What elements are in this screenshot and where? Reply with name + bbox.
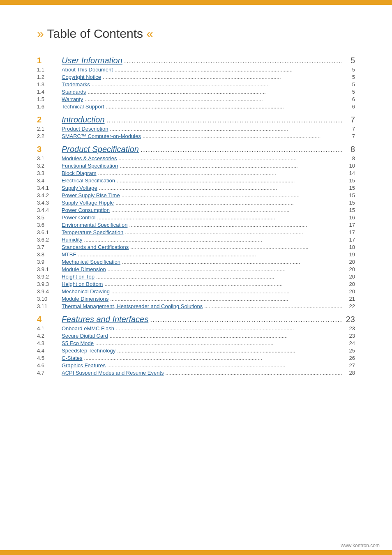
toc-dots: ........................................… — [84, 355, 342, 362]
toc-dots: ........................................… — [204, 303, 342, 310]
toc-num: 3.10 — [37, 296, 62, 302]
toc-item: 3.11Thermal Management, Heatspreader and… — [37, 303, 355, 310]
toc-title[interactable]: Standards — [62, 89, 86, 95]
toc-title[interactable]: Features and Interfaces — [62, 315, 148, 324]
toc-item: 1.1About This Document..................… — [37, 66, 355, 74]
toc-item: 3.1Modules & Accessories................… — [37, 155, 355, 162]
toc-num: 3.6 — [37, 222, 62, 228]
toc-title[interactable]: About This Document — [62, 67, 113, 73]
toc-dots: ........................................… — [99, 185, 342, 191]
toc-title[interactable]: Trademarks — [62, 81, 90, 88]
toc-title[interactable]: Power Supply Rise Time — [62, 192, 120, 198]
toc-title[interactable]: Electrical Specification — [62, 177, 115, 184]
toc-dots: ........................................… — [78, 251, 342, 258]
toc-title[interactable]: Secure Digital Card — [62, 333, 108, 339]
toc-title[interactable]: Standards and Certifications — [62, 244, 129, 250]
toc-title[interactable]: MTBF — [62, 251, 76, 258]
toc-page-num: 15 — [344, 177, 355, 184]
toc-title[interactable]: Module Dimension — [62, 266, 106, 272]
toc-num: 3.4.2 — [37, 192, 62, 198]
toc-dots: ........................................… — [115, 200, 342, 206]
toc-page-num: 17 — [344, 222, 355, 228]
toc-dots: ........................................… — [110, 296, 342, 302]
toc-title[interactable]: Modules & Accessories — [62, 155, 117, 161]
toc-num: 2.2 — [37, 133, 62, 139]
toc-page-num: 14 — [344, 170, 355, 176]
toc-title[interactable]: Warranty — [62, 96, 83, 102]
toc-dots: ........................................… — [103, 74, 342, 81]
toc-dots: ........................................… — [84, 237, 342, 243]
toc-title[interactable]: Temperature Specification — [62, 229, 123, 235]
toc-title[interactable]: ACPI Suspend Modes and Resume Events — [62, 370, 164, 376]
toc-page-num: 20 — [344, 274, 355, 280]
toc-title[interactable]: Mechanical Specification — [62, 259, 120, 265]
toc-title[interactable]: Product Specification — [62, 145, 139, 154]
toc-title[interactable]: Supply Voltage Ripple — [62, 200, 114, 206]
toc-title[interactable]: C-States — [62, 355, 83, 361]
toc-item: 1.6Technical Support....................… — [37, 103, 355, 111]
toc-title[interactable]: Product Description — [62, 126, 108, 132]
toc-num: 1.3 — [37, 81, 62, 88]
toc-title[interactable]: Block Diagram — [62, 170, 97, 176]
toc-title[interactable]: Power Control — [62, 214, 95, 221]
toc-dots: ........................................… — [122, 259, 342, 265]
toc-page-num: 6 — [344, 96, 355, 102]
toc-title[interactable]: User Information — [62, 56, 122, 65]
toc-title[interactable]: Humidity — [62, 237, 83, 243]
page-title: » Table of Contents « — [37, 27, 355, 41]
toc-title[interactable]: Environmental Specification — [62, 222, 127, 228]
toc-dots: ........................................… — [120, 163, 342, 169]
toc-item: 4.7ACPI Suspend Modes and Resume Events.… — [37, 369, 355, 377]
toc-num: 3.6.2 — [37, 237, 62, 243]
guillemet-open: » — [37, 27, 44, 40]
toc-num: 4.1 — [37, 325, 62, 332]
toc-page-num: 17 — [344, 237, 355, 243]
toc-item: 3.8MTBF.................................… — [37, 251, 355, 258]
toc-page-num: 5 — [344, 89, 355, 95]
toc-title[interactable]: SMARC™ Computer-on-Modules — [62, 133, 141, 139]
toc-title[interactable]: Onboard eMMC Flash — [62, 325, 114, 332]
main-content: » Table of Contents « 1User Information.… — [0, 0, 392, 397]
toc-item: 3.2Functional Specification.............… — [37, 162, 355, 170]
toc-page-num: 15 — [344, 207, 355, 213]
toc-title[interactable]: Module Dimensions — [62, 296, 108, 302]
toc-title[interactable]: Height on Top — [62, 274, 95, 280]
toc-num: 3.1 — [37, 155, 62, 161]
toc-item: 4.5C-States.............................… — [37, 355, 355, 362]
top-decorative-bar — [0, 0, 392, 5]
toc-dots: ........................................… — [96, 274, 342, 280]
toc-page-num: 7 — [344, 133, 355, 139]
toc-page-num: 15 — [344, 200, 355, 206]
toc-item: 3.4.3Supply Voltage Ripple..............… — [37, 199, 355, 207]
toc-title[interactable]: Speedstep Technology — [62, 348, 115, 354]
toc-dots: ........................................… — [166, 370, 342, 376]
toc-page-num: 15 — [344, 192, 355, 198]
toc-item: 3.6Environmental Specification..........… — [37, 221, 355, 229]
toc-title[interactable]: Thermal Management, Heatspreader and Coo… — [62, 303, 203, 309]
footer: www.kontron.com — [341, 543, 380, 548]
toc-page-num: 26 — [344, 355, 355, 361]
toc-page-num: 5 — [344, 67, 355, 73]
toc-dots: ........................................… — [141, 145, 342, 154]
toc-title[interactable]: Graphics Features — [62, 362, 106, 368]
toc-page-num: 20 — [344, 266, 355, 272]
toc-title[interactable]: Height on Bottom — [62, 281, 103, 287]
toc-title[interactable]: Technical Support — [62, 104, 104, 110]
toc-title[interactable]: S5 Eco Mode — [62, 340, 94, 346]
toc-page-num: 7 — [344, 126, 355, 132]
toc-dots: ........................................… — [106, 104, 342, 110]
toc-item: 3.5Power Control........................… — [37, 214, 355, 221]
toc-title[interactable]: Mechanical Drawing — [62, 288, 110, 295]
toc-num: 4.7 — [37, 370, 62, 376]
toc-item: 3.6.2Humidity...........................… — [37, 236, 355, 244]
toc-dots: ........................................… — [85, 96, 342, 103]
toc-title[interactable]: Functional Specification — [62, 163, 118, 169]
toc-title[interactable]: Introduction — [62, 115, 105, 124]
toc-dots: ........................................… — [125, 229, 342, 236]
toc-item: 4.3S5 Eco Mode..........................… — [37, 340, 355, 347]
toc-num: 2 — [37, 115, 62, 124]
toc-dots: ........................................… — [116, 325, 342, 332]
toc-title[interactable]: Supply Voltage — [62, 185, 97, 191]
toc-title[interactable]: Copyright Notice — [62, 74, 101, 80]
toc-title[interactable]: Power Consumption — [62, 207, 110, 213]
